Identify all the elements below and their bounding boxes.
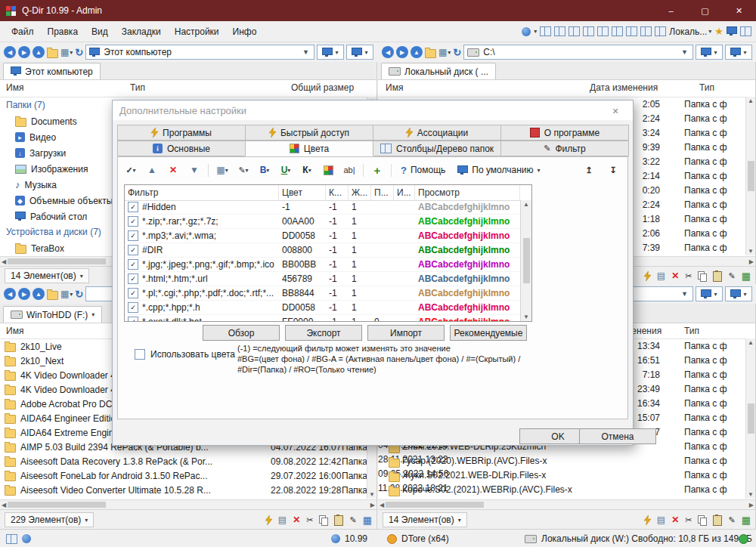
file-row[interactable]: Жуки.S02.2021.WEB-DLRip.Files-x09.05.202… [378, 468, 755, 483]
address-bar[interactable]: Этот компьютер ▼ [85, 45, 314, 60]
forward-icon[interactable]: ▶ [18, 288, 30, 300]
layout-icon[interactable] [554, 26, 565, 36]
views-icon[interactable]: ▦▾ [60, 288, 73, 300]
filter-checkbox[interactable]: ✓ [128, 230, 138, 241]
filter-checkbox[interactable]: ✓ [128, 274, 138, 284]
filter-row[interactable]: ✓*.exe;*.dll;*.batFF0000-110ABCabcdefghi… [125, 315, 520, 321]
check-dd-icon[interactable]: ✓▾ [121, 162, 141, 178]
cut-icon[interactable]: ✂ [306, 515, 313, 525]
cancel-button[interactable]: Отмена [579, 428, 656, 444]
file-row[interactable]: Aiseesoft Video Converter Ultimate 10.5.… [0, 483, 376, 497]
dialog-tab[interactable]: ✎Фильтр [500, 141, 629, 156]
filter-checkbox[interactable]: ✓ [128, 202, 138, 212]
table-column-header[interactable]: К... [326, 185, 349, 200]
bold-dd-icon[interactable]: B▾ [255, 162, 274, 178]
use-colors-option[interactable]: Использовать цвета [135, 349, 235, 360]
delete-icon[interactable]: ✕ [293, 515, 300, 525]
filter-checkbox[interactable]: ✓ [128, 317, 138, 321]
layout-icon[interactable] [626, 26, 637, 36]
panel-icon[interactable]: ▤ [657, 515, 665, 525]
view-combo[interactable]: ▾ [317, 45, 344, 60]
dialog-button[interactable]: Импорт [367, 325, 445, 341]
menu-item[interactable]: Файл [5, 23, 41, 40]
move-down-icon[interactable]: ▼ [184, 162, 204, 178]
back-icon[interactable]: ◀ [4, 46, 16, 58]
column-header-type[interactable]: Тип [130, 82, 145, 93]
table-column-header[interactable]: Фильтр [125, 185, 279, 200]
delete-icon[interactable]: ✕ [671, 270, 679, 281]
menu-item[interactable]: Инфо [226, 23, 264, 40]
column-header-size[interactable]: Общий размер [291, 82, 354, 93]
maximize-button[interactable]: ▢ [688, 0, 722, 21]
tab-local-disk[interactable]: Локальный диск ( ... [381, 63, 496, 79]
flash-icon[interactable] [265, 515, 272, 525]
tab-this-computer[interactable]: Этот компьютер [3, 63, 101, 79]
dialog-tab[interactable]: Цвета [245, 141, 373, 156]
grid-green-icon[interactable]: ▦ [742, 270, 751, 282]
filter-row[interactable]: ✓#Hidden-1-11ABCabcdefghijklmno [125, 200, 520, 215]
screens-icon[interactable] [727, 26, 737, 37]
column-header-name[interactable]: Имя [386, 82, 403, 93]
edit-folder-icon[interactable] [425, 46, 436, 58]
delete-icon[interactable]: ✕ [671, 515, 679, 525]
file-row[interactable]: Aiseesoft FoneLab for Android 3.1.50 ReP… [0, 468, 376, 483]
refresh-icon[interactable]: ↻ [75, 288, 83, 300]
up-icon[interactable]: ▲ [33, 288, 45, 300]
filter-row[interactable]: ✓*.mp3;*.avi;*.wma;DD0058-11ABCabcdefghi… [125, 229, 520, 243]
delete-icon[interactable]: ✕ [163, 162, 183, 178]
filter-row[interactable]: ✓*.cpp;*.hpp;*.hDD0058-11ABCabcdefghijkl… [125, 301, 520, 315]
table-column-header[interactable]: Цвет [279, 185, 326, 200]
menu-item[interactable]: Правка [41, 23, 85, 40]
view-combo[interactable]: ▾ [696, 45, 723, 60]
vertical-scrollbar[interactable]: ▲▼ [745, 97, 755, 255]
item-count[interactable]: 14 Элемент(ов) ▾ [383, 512, 467, 527]
paste-icon[interactable] [334, 514, 343, 526]
filter-checkbox[interactable]: ✓ [128, 302, 138, 313]
table-column-header[interactable]: Просмотр [415, 185, 520, 200]
forward-icon[interactable]: ▶ [18, 46, 30, 58]
layout-icon[interactable] [655, 26, 666, 36]
collapse-top-icon[interactable]: ↥ [579, 162, 599, 178]
view-combo[interactable]: ▾ [696, 286, 723, 301]
layout-icon[interactable] [612, 26, 623, 36]
file-row[interactable]: Aiseesoft Data Recovery 1.3.8 RePack (& … [0, 454, 376, 468]
palette-icon[interactable] [318, 162, 338, 178]
grid-dd-icon[interactable]: ▦▾ [212, 162, 232, 178]
filter-row[interactable]: ✓*.html;*.htm;*.url456789-11ABCabcdefghi… [125, 272, 520, 286]
dialog-tab[interactable]: О программе [500, 125, 629, 141]
horizontal-scrollbar[interactable]: ◀▶ [0, 499, 376, 509]
dialog-tab[interactable]: Столбцы/Дерево папок [373, 141, 501, 156]
forward-icon[interactable]: ▶ [396, 46, 408, 58]
default-button[interactable]: По умолчанию ▾ [452, 162, 545, 178]
views-icon[interactable]: ▦▾ [438, 46, 451, 58]
add-icon[interactable]: + [367, 162, 387, 178]
move-up-icon[interactable]: ▲ [142, 162, 162, 178]
layout-icon[interactable] [640, 26, 652, 36]
layout-icon[interactable] [540, 26, 551, 36]
cut-icon[interactable]: ✂ [685, 515, 692, 525]
edit-icon[interactable]: ✎ [728, 271, 735, 281]
dialog-tab[interactable]: Программы [117, 125, 246, 141]
panel-icon[interactable]: ▤ [657, 270, 665, 281]
address-dropdown-icon[interactable]: ▼ [680, 290, 689, 298]
layout-icon[interactable] [6, 534, 17, 544]
column-header-name[interactable]: Имя [6, 82, 23, 93]
refresh-icon[interactable]: ↻ [453, 46, 461, 58]
filter-row[interactable]: ✓*.jpg;*.jpeg;*.png;*.gif;*.bmp;*.icoBB0… [125, 258, 520, 272]
copy-icon[interactable] [698, 515, 707, 525]
address-dropdown-icon[interactable]: ▼ [680, 48, 689, 56]
address-bar[interactable]: C:\ ▼ [463, 45, 693, 60]
view-combo[interactable]: ▾ [725, 45, 752, 60]
filter-checkbox[interactable]: ✓ [128, 245, 138, 255]
up-icon[interactable]: ▲ [411, 46, 423, 58]
k-dd-icon[interactable]: К▾ [297, 162, 317, 178]
grid-green-icon[interactable]: ▦ [742, 515, 751, 526]
table-column-header[interactable]: И... [394, 185, 415, 200]
filter-checkbox[interactable]: ✓ [128, 216, 138, 227]
dialog-tab[interactable]: iОсновные [117, 141, 246, 156]
flash-icon[interactable] [644, 271, 651, 281]
edit-folder-icon[interactable] [47, 46, 58, 58]
file-row[interactable]: Гусар.(2020).WEBRip.(AVC).Files-x28.11.2… [378, 454, 755, 468]
help-button[interactable]: ? Помощь [395, 162, 451, 178]
column-header-date[interactable]: Дата изменения [590, 82, 658, 93]
